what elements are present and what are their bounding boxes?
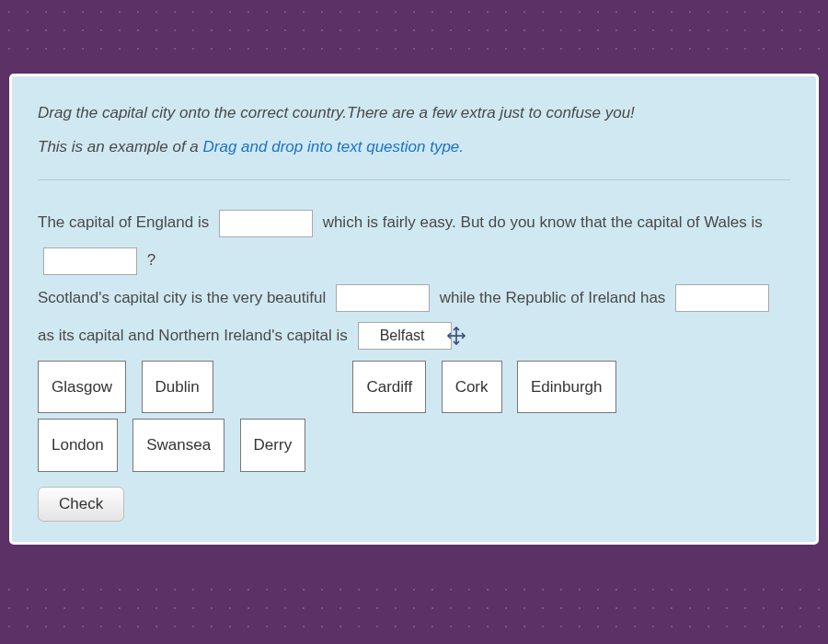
drag-options-row-1: Glasgow Dublin XXXXXXXX Cardiff Cork Edi…: [38, 361, 790, 414]
instruction-line-1: Drag the capital city onto the correct c…: [38, 100, 790, 125]
instructions: Drag the capital city onto the correct c…: [38, 100, 790, 159]
instruction-line-2: This is an example of a Drag and drop in…: [38, 134, 790, 159]
check-button[interactable]: Check: [38, 487, 124, 522]
divider: [38, 179, 790, 180]
drag-item-london[interactable]: London: [38, 419, 118, 472]
drag-item-derry[interactable]: Derry: [240, 419, 306, 472]
drag-item-dublin[interactable]: Dublin: [142, 361, 213, 414]
drag-item-glasgow[interactable]: Glasgow: [38, 361, 126, 414]
drop-slot-england[interactable]: [219, 210, 313, 237]
drop-slot-wales[interactable]: [43, 247, 137, 275]
drop-slot-scotland[interactable]: [336, 284, 430, 312]
drag-item-edinburgh[interactable]: Edinburgh: [517, 361, 616, 414]
question-text: The capital of England is which is fairl…: [38, 204, 790, 354]
drag-item-swansea[interactable]: Swansea: [132, 419, 224, 472]
drag-item-cork[interactable]: Cork: [442, 361, 502, 414]
drop-slot-northern-ireland[interactable]: Belfast: [358, 322, 452, 350]
move-cursor-icon: [445, 325, 467, 347]
question-type-link[interactable]: Drag and drop into text question type.: [203, 138, 465, 155]
drop-slot-ireland[interactable]: [675, 284, 769, 312]
dropped-value: Belfast: [380, 328, 425, 343]
drag-item-cardiff[interactable]: Cardiff: [352, 361, 426, 414]
drag-options-row-2: London Swansea Derry: [38, 419, 790, 472]
question-panel: Drag the capital city onto the correct c…: [9, 74, 819, 545]
